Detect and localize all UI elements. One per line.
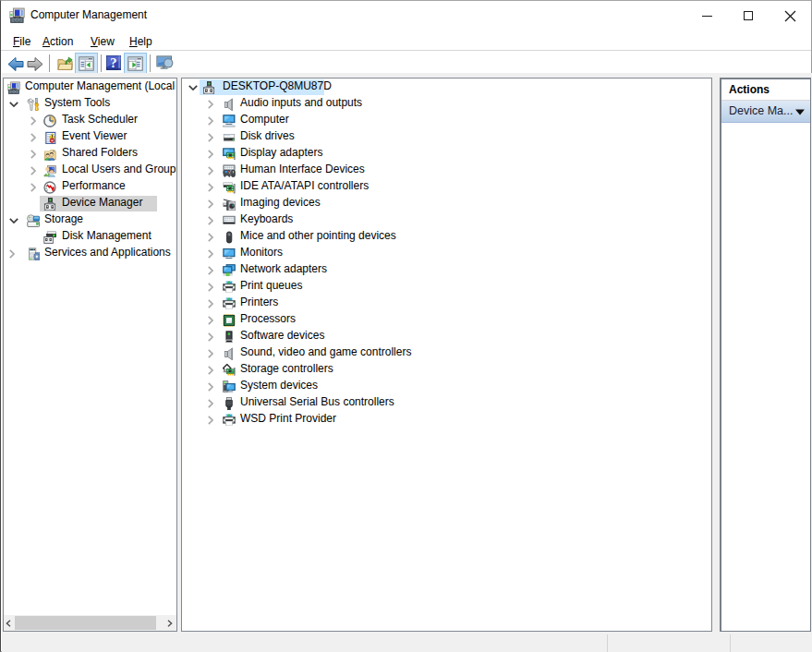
svg-text:?: ? [110,55,116,70]
